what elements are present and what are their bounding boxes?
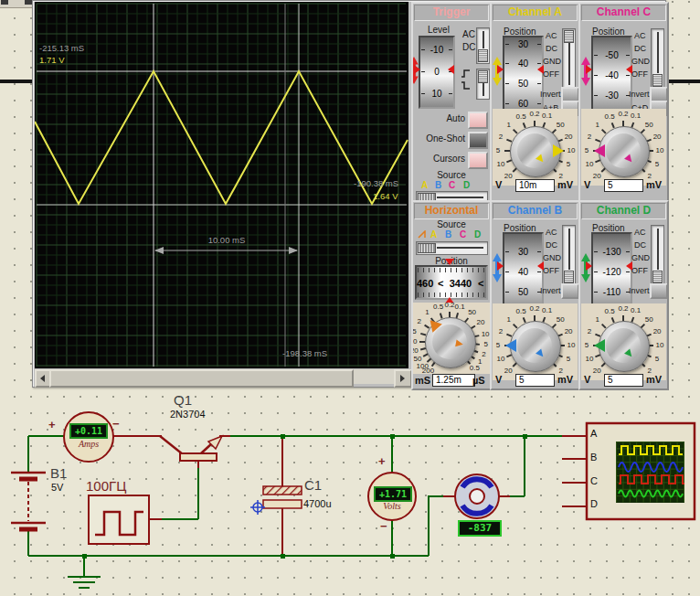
channel-c-coupling-slider[interactable] bbox=[651, 28, 664, 89]
knob-scale-label: 2 bbox=[492, 133, 510, 141]
transistor-symbol[interactable] bbox=[160, 436, 222, 461]
unit-microseconds: µS bbox=[472, 375, 485, 386]
falling-edge-icon bbox=[461, 81, 472, 90]
rising-edge-icon bbox=[461, 69, 472, 78]
knob-scale-label: 1 bbox=[589, 315, 607, 324]
channel-a-position-slider[interactable]: 30405060 bbox=[503, 36, 544, 115]
slider-scale-label: -10 bbox=[420, 45, 453, 55]
capacitor-symbol[interactable] bbox=[263, 486, 302, 508]
knob-scale-label: 0.1 bbox=[627, 306, 645, 314]
unit-millivolts: mV bbox=[646, 179, 662, 190]
source-channel-a: A bbox=[430, 229, 437, 239]
channel-b-coupling-slider[interactable] bbox=[562, 225, 576, 285]
coupling-gnd-label: GND bbox=[631, 253, 650, 262]
horizontal-position-spinner[interactable]: 460 < 3440 < bbox=[415, 265, 488, 300]
right-arrow-icon bbox=[400, 375, 405, 382]
channel-d-position-slider[interactable]: -130-120-110 bbox=[591, 232, 632, 312]
slider-thumb[interactable] bbox=[652, 271, 663, 283]
slider-thumb[interactable] bbox=[478, 70, 488, 83]
knob-scale-label: 20 bbox=[648, 327, 666, 335]
channel-d-invert-button[interactable] bbox=[650, 283, 668, 299]
trigger-coupling-slider[interactable] bbox=[476, 27, 490, 64]
transistor-value: 2N3704 bbox=[170, 409, 206, 420]
one-shot-button[interactable] bbox=[468, 132, 488, 149]
channel-d-gain-value[interactable]: 5 bbox=[604, 374, 643, 387]
oscilloscope-component[interactable] bbox=[587, 423, 695, 519]
coupling-gnd-label: GND bbox=[543, 57, 561, 66]
knob-cap[interactable] bbox=[517, 133, 552, 168]
knob-scale-label: 10 bbox=[580, 355, 599, 363]
channel-c-gain-value[interactable]: 5 bbox=[604, 179, 643, 192]
auto-button[interactable] bbox=[468, 112, 488, 129]
cursor-volt-readout: 1.71 V bbox=[39, 55, 64, 65]
source-label: Source bbox=[413, 170, 490, 180]
source-channel-c: C bbox=[460, 229, 466, 239]
knob-cap[interactable] bbox=[606, 133, 641, 168]
source-channel-b: B bbox=[445, 229, 451, 239]
slider-thumb[interactable] bbox=[564, 30, 574, 43]
slider-stem bbox=[483, 82, 484, 96]
battery-symbol[interactable] bbox=[11, 473, 46, 529]
knob-scale-label: 10 bbox=[492, 160, 510, 168]
channel-b-gain-value[interactable]: 5 bbox=[515, 374, 555, 387]
cursors-button[interactable] bbox=[468, 152, 488, 169]
slider-scale-label: 50 bbox=[504, 287, 542, 297]
trigger-edge-slider[interactable] bbox=[476, 69, 490, 100]
emitter-arrow-icon bbox=[208, 436, 222, 449]
unit-volts: V bbox=[584, 374, 590, 385]
channel-c-gain-knob[interactable]: 0.50.20.1502010521251020 bbox=[581, 109, 666, 186]
scope-grid bbox=[37, 4, 406, 367]
voltmeter-plus: + bbox=[378, 454, 386, 468]
timebase-knob[interactable]: 0.50.20.15020105210.5125102050100200 bbox=[413, 303, 490, 374]
spinner-right-arrow: < bbox=[478, 278, 483, 289]
invert-label: Invert bbox=[540, 90, 561, 99]
ground-icon bbox=[68, 577, 101, 588]
coupling-gnd-label: GND bbox=[631, 57, 650, 66]
unit-millivolts: mV bbox=[557, 179, 573, 190]
horizontal-source-slider[interactable] bbox=[416, 241, 488, 255]
coupling-dc-label: DC bbox=[634, 44, 646, 53]
slider-thumb[interactable] bbox=[478, 49, 488, 62]
ramp-source-icon bbox=[418, 230, 428, 239]
coupling-ac-label: AC bbox=[546, 228, 557, 237]
knob-scale-label: 0.1 bbox=[538, 112, 557, 120]
knob-scale-label: 5 bbox=[559, 160, 578, 168]
channel-d-gain-knob[interactable]: 0.50.20.1502010521251020 bbox=[581, 303, 666, 380]
knob-scale-label: 20 bbox=[411, 346, 423, 355]
scrollbar-thumb[interactable] bbox=[49, 369, 354, 388]
one-shot-label: One-Shot bbox=[413, 133, 465, 144]
left-arrow-icon bbox=[40, 375, 45, 382]
battery-value: 5V bbox=[51, 482, 63, 493]
channel-b-invert-button[interactable] bbox=[561, 283, 579, 299]
display-scrollbar[interactable] bbox=[35, 369, 408, 384]
coupling-ac-label: AC bbox=[634, 228, 646, 237]
slider-thumb[interactable] bbox=[652, 74, 663, 87]
knob-scale-label: 20 bbox=[472, 318, 490, 326]
channel-a-gain-knob[interactable]: 0.50.20.1502010521251020 bbox=[493, 109, 578, 186]
channel-a-gain-value[interactable]: 10m bbox=[515, 179, 555, 192]
channel-d-title: Channel D bbox=[581, 203, 666, 219]
timebase-value[interactable]: 1.25m bbox=[432, 374, 475, 387]
knob-scale-label: 2 bbox=[492, 327, 510, 335]
coupling-off-label: OFF bbox=[543, 266, 559, 275]
channel-c-position-slider[interactable]: -50-40-30 bbox=[591, 36, 632, 115]
channel-a-panel: Channel A Position 30405060 AC DC GND OF… bbox=[490, 2, 580, 203]
knob-cap[interactable] bbox=[517, 328, 552, 363]
pulse-generator-symbol[interactable] bbox=[89, 495, 149, 544]
scope-display[interactable]: -215.13 mS 1.71 V -190.38 mS 1.64 V -198… bbox=[35, 2, 408, 368]
motor-rpm-display: -837 bbox=[458, 520, 502, 537]
channel-b-position-slider[interactable]: 304050 bbox=[503, 232, 544, 312]
channel-a-trace bbox=[35, 71, 408, 204]
channel-d-coupling-slider[interactable] bbox=[651, 225, 664, 285]
channel-a-coupling-slider[interactable] bbox=[562, 28, 576, 89]
knob-scale-label: 5 bbox=[490, 146, 507, 154]
slider-thumb[interactable] bbox=[418, 243, 436, 253]
slider-scale-label: -130 bbox=[593, 247, 631, 257]
knob-fine-pointer bbox=[455, 339, 463, 347]
knob-cap[interactable] bbox=[606, 328, 641, 363]
channel-b-gain-knob[interactable]: 0.50.20.1502010521251020 bbox=[493, 303, 578, 380]
scrollbar-right-button[interactable] bbox=[394, 369, 412, 388]
motor-symbol[interactable] bbox=[455, 474, 499, 518]
coupling-dc-label: DC bbox=[634, 240, 646, 250]
slider-thumb[interactable] bbox=[564, 271, 574, 283]
